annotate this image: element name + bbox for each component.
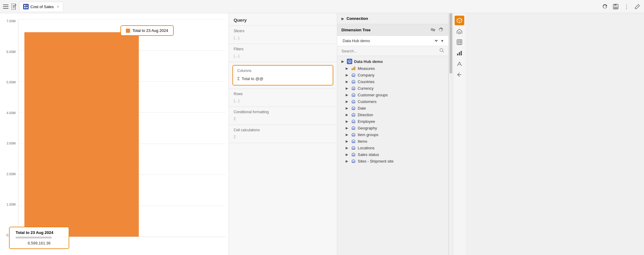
- tree-item-date[interactable]: ▶ Date: [346, 105, 444, 111]
- datasource-dropdown-icon: ▼: [440, 39, 444, 43]
- tree-item-customers[interactable]: ▶ Customers: [346, 98, 444, 105]
- y-label-2: 2.00M: [6, 172, 16, 176]
- dim-tree-hide-icon[interactable]: [430, 26, 436, 33]
- top-bar-left: Cost of Sales ×: [2, 2, 601, 11]
- y-axis: 7.00M 6.00M 5.00M 4.00M 3.00M 2.00M 1.00…: [0, 19, 18, 237]
- connection-label: Connection: [347, 16, 444, 21]
- tree-item-label-date: Date: [358, 106, 366, 110]
- slicers-label: Slicers: [234, 29, 332, 33]
- svg-rect-54: [457, 40, 462, 45]
- connection-expand-icon[interactable]: ▶: [341, 17, 344, 21]
- top-bar: Cost of Sales × ⋮: [0, 0, 644, 13]
- tree-item-measures[interactable]: ▶ Measures: [346, 65, 444, 72]
- item-groups-expand-icon[interactable]: ▶: [346, 133, 349, 137]
- date-expand-icon[interactable]: ▶: [346, 106, 349, 110]
- tree-item-direction[interactable]: ▶ Direction: [346, 111, 444, 118]
- scrollbar-thumb[interactable]: [450, 13, 452, 73]
- search-input[interactable]: [341, 49, 437, 53]
- hamburger-icon[interactable]: [2, 3, 9, 10]
- company-expand-icon[interactable]: ▶: [346, 73, 349, 77]
- customer-groups-expand-icon[interactable]: ▶: [346, 93, 349, 97]
- slicers-placeholder[interactable]: {...}: [234, 35, 332, 41]
- edit-button[interactable]: [633, 2, 642, 11]
- countries-expand-icon[interactable]: ▶: [346, 80, 349, 84]
- toolbar-table-button[interactable]: [455, 37, 464, 47]
- chart-plot: [18, 19, 226, 237]
- tree-item-locations[interactable]: ▶ Locations: [346, 145, 444, 151]
- columns-item[interactable]: Σ Total to @@: [237, 75, 328, 82]
- cost-of-sales-tab[interactable]: Cost of Sales ×: [19, 2, 63, 11]
- employee-expand-icon[interactable]: ▶: [346, 120, 349, 123]
- toolbar-measure-button[interactable]: [455, 59, 464, 69]
- dim-tree-icons: [430, 26, 444, 33]
- cond-format-placeholder[interactable]: Σ: [234, 116, 332, 122]
- tree-item-countries[interactable]: ▶ Countries: [346, 78, 444, 85]
- tree-item-sites[interactable]: ▶ Sites - Shipment site: [346, 158, 444, 164]
- columns-box: Columns Σ Total to @@: [232, 65, 333, 86]
- y-label-6: 6.00M: [6, 50, 16, 54]
- toolbar-cube-button[interactable]: [455, 16, 464, 25]
- tree-item-label-currency: Currency: [358, 86, 374, 91]
- datasource-select[interactable]: Data Hub demo: [341, 38, 439, 43]
- tree-root-item[interactable]: ▶ Data Hub demo: [341, 58, 444, 65]
- chart-legend-box: Total to 23 Aug 2024: [120, 25, 174, 36]
- tree-item-company[interactable]: ▶ Company: [346, 72, 444, 78]
- tree-root-label: Data Hub demo: [354, 59, 383, 64]
- tree-item-geography[interactable]: ▶ Geography: [346, 125, 444, 131]
- company-dim-icon: [351, 73, 356, 77]
- filters-placeholder[interactable]: {...}: [234, 53, 332, 59]
- tab-grid-icon: [23, 4, 29, 9]
- cond-format-label: Conditional formatting: [234, 110, 332, 114]
- search-row: [337, 46, 448, 56]
- sigma-icon: Σ: [237, 76, 240, 81]
- svg-line-16: [350, 61, 351, 62]
- tree-root-expand-icon[interactable]: ▶: [341, 60, 345, 64]
- svg-rect-10: [614, 7, 618, 9]
- svg-line-15: [348, 61, 350, 62]
- measures-expand-icon[interactable]: ▶: [346, 67, 349, 70]
- tooltip-box: Total to 23 Aug 2024 6,599,161.36: [9, 227, 69, 249]
- more-button[interactable]: ⋮: [622, 2, 631, 11]
- currency-expand-icon[interactable]: ▶: [346, 86, 349, 90]
- svg-line-51: [459, 19, 462, 20]
- item-groups-dim-icon: [351, 132, 356, 137]
- customers-expand-icon[interactable]: ▶: [346, 100, 349, 104]
- search-icon[interactable]: [439, 48, 444, 54]
- tree-item-items[interactable]: ▶ Items: [346, 138, 444, 145]
- slicers-section: Slicers {...}: [229, 26, 337, 44]
- toolbar-home-button[interactable]: [455, 26, 464, 36]
- rows-label: Rows: [234, 92, 332, 96]
- tab-close-button[interactable]: ×: [57, 4, 59, 9]
- sites-expand-icon[interactable]: ▶: [346, 159, 349, 163]
- dim-tree-reload-icon[interactable]: [437, 26, 444, 33]
- tree-item-sales-status[interactable]: ▶ Sales status: [346, 151, 444, 158]
- toolbar-back-button[interactable]: [455, 70, 464, 79]
- cell-calc-label: Cell calculations: [234, 128, 332, 132]
- legend-label: Total to 23 Aug 2024: [132, 28, 168, 33]
- save-button[interactable]: [611, 2, 620, 11]
- rows-placeholder[interactable]: {...}: [234, 98, 332, 104]
- new-doc-icon[interactable]: [11, 3, 17, 10]
- tree-item-customer-groups[interactable]: ▶ Customer groups: [346, 92, 444, 98]
- sales-status-expand-icon[interactable]: ▶: [346, 153, 349, 157]
- sites-dim-icon: [351, 159, 356, 163]
- tree-item-label-measures: Measures: [358, 66, 375, 71]
- cell-calc-placeholder[interactable]: Σ: [234, 134, 332, 140]
- scrollbar-area[interactable]: [449, 13, 453, 255]
- tree-item-item-groups[interactable]: ▶ Item groups: [346, 131, 444, 138]
- toolbar-chart-button[interactable]: [455, 48, 464, 58]
- tree-item-currency[interactable]: ▶ Currency: [346, 85, 444, 92]
- direction-expand-icon[interactable]: ▶: [346, 113, 349, 117]
- dim-tree-header: Dimension Tree: [337, 24, 448, 36]
- geography-expand-icon[interactable]: ▶: [346, 126, 349, 130]
- svg-rect-61: [461, 51, 462, 55]
- refresh-button[interactable]: [601, 2, 609, 11]
- locations-expand-icon[interactable]: ▶: [346, 146, 349, 150]
- right-panel: ▶ Connection Dimension Tree Data Hub dem…: [337, 13, 449, 255]
- tree-item-label-items: Items: [358, 139, 367, 144]
- tree-item-employee[interactable]: ▶ Employee: [346, 118, 444, 125]
- filters-label: Filters: [234, 47, 332, 51]
- svg-rect-4: [24, 5, 26, 6]
- geography-dim-icon: [351, 126, 356, 130]
- items-expand-icon[interactable]: ▶: [346, 139, 349, 143]
